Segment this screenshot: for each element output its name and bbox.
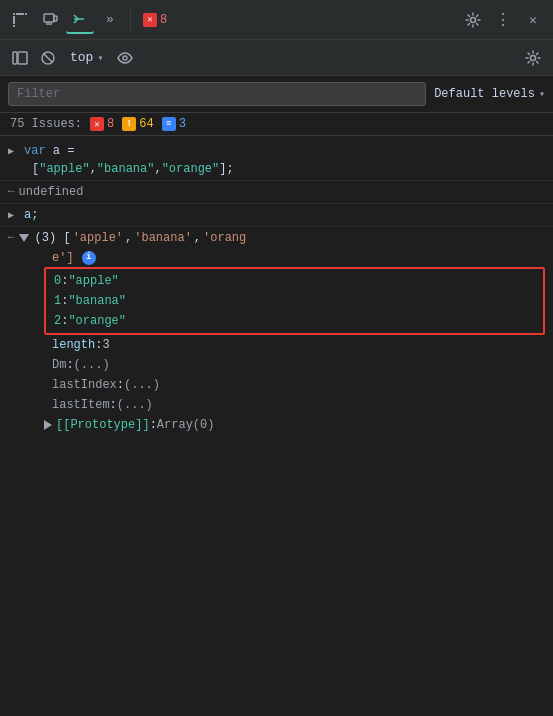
length-label: length xyxy=(52,336,95,354)
array-result-header: ← (3) ['apple', 'banana', 'orang xyxy=(0,227,553,249)
svg-rect-3 xyxy=(13,25,15,27)
array-lastitem-prop[interactable]: lastItem : (...) xyxy=(0,395,553,415)
svg-rect-1 xyxy=(13,16,15,24)
lastindex-label: lastIndex xyxy=(52,376,117,394)
svg-rect-2 xyxy=(16,13,24,15)
length-value: 3 xyxy=(102,336,109,354)
array-lastindex-prop[interactable]: lastIndex : (...) xyxy=(0,375,553,395)
console-toolbar: top ▾ xyxy=(0,40,553,76)
return-arrow-icon: ← xyxy=(8,183,15,200)
settings-button[interactable] xyxy=(459,6,487,34)
warning-issues-label: 64 xyxy=(139,117,153,131)
svg-rect-10 xyxy=(13,52,17,64)
levels-label: Default levels xyxy=(434,87,535,101)
levels-chevron-icon: ▾ xyxy=(539,88,545,100)
inspect-icon[interactable] xyxy=(6,6,34,34)
info-badge-icon: ≡ xyxy=(162,117,176,131)
array-collapse-toggle[interactable] xyxy=(19,234,29,242)
warning-badge-icon: ! xyxy=(122,117,136,131)
svg-rect-11 xyxy=(18,52,27,64)
error-count-badge[interactable]: ✕ 8 xyxy=(137,11,173,29)
result-arrow-icon: ← xyxy=(8,229,15,246)
close-button[interactable]: ✕ xyxy=(519,6,547,34)
array-length-prop: length : 3 xyxy=(0,335,553,355)
array-value-0: "apple" xyxy=(68,272,118,290)
svg-rect-5 xyxy=(44,14,54,22)
prototype-value: Array(0) xyxy=(157,416,215,434)
array-items-box: 0 : "apple" 1 : "banana" 2 : "orange" xyxy=(44,267,545,335)
context-value: top xyxy=(70,50,93,65)
top-toolbar: » ✕ 8 ⋮ ✕ xyxy=(0,0,553,40)
error-count-label: 8 xyxy=(160,13,167,27)
array-header-second-line: e'] i xyxy=(0,249,553,267)
prototype-expand-icon[interactable] xyxy=(44,420,52,430)
console-line-undefined: ← undefined xyxy=(0,181,553,204)
block-icon[interactable] xyxy=(36,46,60,70)
array-item-2[interactable]: 2 : "orange" xyxy=(46,311,543,331)
expand-panels-icon[interactable]: » xyxy=(96,6,124,34)
array-index-2: 2 xyxy=(54,312,61,330)
issues-bar: 75 Issues: ✕ 8 ! 64 ≡ 3 xyxy=(0,113,553,136)
console-line-var-decl: ▶ var a = ["apple","banana","orange"]; xyxy=(0,140,553,181)
array-item-0[interactable]: 0 : "apple" xyxy=(46,271,543,291)
console-output: ▶ var a = ["apple","banana","orange"]; ←… xyxy=(0,136,553,439)
info-issues-count[interactable]: ≡ 3 xyxy=(162,117,186,131)
array-index-0: 0 xyxy=(54,272,61,290)
toolbar-divider xyxy=(130,8,131,32)
code-line-content: var a = ["apple","banana","orange"]; xyxy=(24,142,545,178)
svg-rect-0 xyxy=(13,13,15,15)
svg-rect-4 xyxy=(25,13,27,15)
device-icon[interactable] xyxy=(36,6,64,34)
context-selector[interactable]: top ▾ xyxy=(64,48,109,67)
svg-point-9 xyxy=(471,17,476,22)
filter-input[interactable] xyxy=(8,82,426,106)
dm-value: (...) xyxy=(74,356,110,374)
lastindex-value: (...) xyxy=(124,376,160,394)
error-issues-label: 8 xyxy=(107,117,114,131)
sidebar-toggle-icon[interactable] xyxy=(8,46,32,70)
dm-label: Dm xyxy=(52,356,66,374)
keyword-var: var xyxy=(24,144,46,158)
console-settings-icon[interactable] xyxy=(521,46,545,70)
svg-line-13 xyxy=(44,53,53,62)
svg-point-15 xyxy=(531,55,536,60)
error-icon: ✕ xyxy=(143,13,157,27)
console-icon[interactable] xyxy=(66,6,94,34)
info-issues-label: 3 xyxy=(179,117,186,131)
array-dm-prop[interactable]: Dm : (...) xyxy=(0,355,553,375)
lastitem-value: (...) xyxy=(117,396,153,414)
undefined-value: undefined xyxy=(19,183,84,201)
prototype-label: [[Prototype]] xyxy=(56,416,150,434)
eye-icon[interactable] xyxy=(113,46,137,70)
issues-label: 75 Issues: xyxy=(10,117,82,131)
error-badge-icon: ✕ xyxy=(90,117,104,131)
array-item-1[interactable]: 1 : "banana" xyxy=(46,291,543,311)
array-value-2: "orange" xyxy=(68,312,126,330)
svg-rect-6 xyxy=(54,16,57,21)
var-a-input: a; xyxy=(24,206,38,224)
console-line-a: ▶ a; xyxy=(0,204,553,227)
levels-dropdown[interactable]: Default levels ▾ xyxy=(434,87,545,101)
expand-arrow[interactable]: ▶ xyxy=(8,144,20,159)
input-arrow[interactable]: ▶ xyxy=(8,208,20,223)
array-prototype-prop[interactable]: [[Prototype]] : Array(0) xyxy=(0,415,553,435)
warning-issues-count[interactable]: ! 64 xyxy=(122,117,153,131)
svg-point-14 xyxy=(123,56,127,60)
error-issues-count[interactable]: ✕ 8 xyxy=(90,117,114,131)
array-index-1: 1 xyxy=(54,292,61,310)
chevron-down-icon: ▾ xyxy=(97,52,103,64)
more-menu-button[interactable]: ⋮ xyxy=(489,6,517,34)
filter-bar: Default levels ▾ xyxy=(0,76,553,113)
array-info-badge[interactable]: i xyxy=(82,251,96,265)
array-value-1: "banana" xyxy=(68,292,126,310)
lastitem-label: lastItem xyxy=(52,396,110,414)
